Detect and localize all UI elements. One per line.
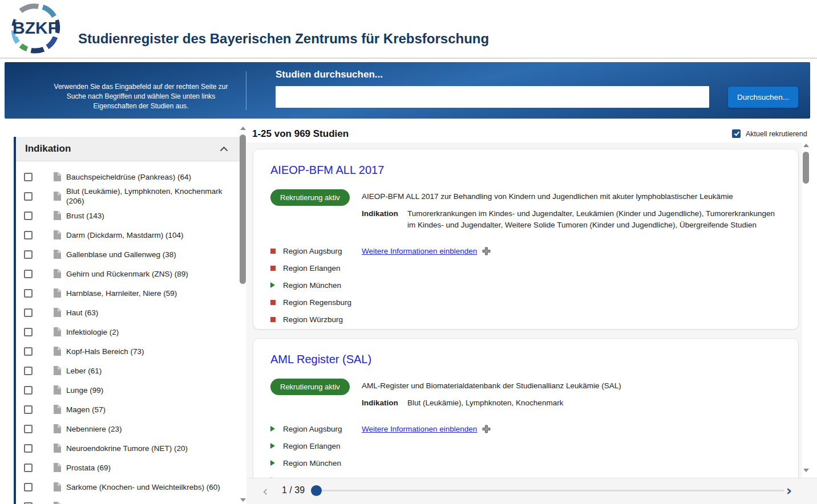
scroll-up-icon[interactable] [240,127,246,130]
filter-checkbox[interactable] [24,464,33,472]
results-count: 1-25 von 969 Studien [252,128,349,140]
filter-checkbox[interactable] [24,192,33,201]
red-square-icon [270,249,276,254]
filter-checkbox[interactable] [24,425,33,433]
filter-row-nebenniere: Nebenniere (23) [16,419,240,438]
region-item: Region München [270,454,362,472]
search-banner: Verwenden Sie das Eingabefeld auf der re… [5,62,810,119]
document-icon [54,250,61,259]
filter-row-blut: Blut (Leukämie), Lymphknoten, Knochenmar… [16,186,240,206]
plus-icon[interactable] [482,247,491,255]
filter-row-net: Neuroendokrine Tumore (NET) (20) [16,438,240,458]
page-title-bold: Studienregister [78,31,179,46]
banner-divider [246,71,246,110]
filter-checkbox[interactable] [24,270,33,278]
filter-checkbox[interactable] [24,289,33,298]
page-slider-track[interactable] [316,490,784,491]
filter-label: Lunge (99) [66,385,111,395]
document-icon [54,308,61,317]
chevron-left-icon[interactable]: ‹ [262,485,268,498]
filter-checkbox[interactable] [24,502,33,504]
document-icon [54,192,61,201]
search-heading: Studien durchsuchen... [276,69,383,80]
region-item: Region Augsburg [270,420,362,437]
filter-label: Gallenblase und Gallenweg (38) [66,250,184,259]
filter-checkbox[interactable] [24,347,33,356]
indication-value: Tumorerkrankungen im Kindes- und Jugenda… [407,208,781,231]
filter-checkbox[interactable] [24,308,33,317]
region-name: Region Augsburg [283,425,342,433]
sidebar-scrollbar-thumb[interactable] [240,135,246,284]
sidebar-scrollbar[interactable] [239,124,247,504]
document-icon [54,288,61,298]
study-description: AIEOP-BFM ALL 2017 zur Behandling von Ki… [362,192,781,202]
more-info-row: Weitere Informationen einblenden [362,420,781,437]
region-name: Region Erlangen [283,264,341,273]
study-regions-row: Region Augsburg Region Erlangen Region M… [253,420,798,478]
region-name: Region Erlangen [283,442,341,450]
search-button[interactable]: Durchsuchen... [728,87,798,108]
results-scrollbar-thumb[interactable] [803,152,809,184]
document-icon [54,327,61,336]
indication-value: Blut (Leukämie), Lymphknoten, Knochenmar… [407,397,781,409]
filter-row-prostata: Prostata (69) [16,458,240,477]
more-info-link[interactable]: Weitere Informationen einblenden [362,425,477,433]
filter-checkbox[interactable] [24,444,33,453]
scroll-up-icon[interactable] [803,144,809,147]
document-icon [54,269,61,278]
study-title-link[interactable]: AML Register (SAL) [270,353,371,366]
filter-row-gehirn: Gehirn und Rückenmark (ZNS) (89) [16,264,240,283]
study-card: AML Register (SAL) Rekrutierung aktiv AM… [253,338,799,478]
filter-checkbox[interactable] [24,250,33,259]
indication-panel-header[interactable]: Indikation [16,137,240,161]
red-square-icon [270,266,276,271]
filter-checkbox[interactable] [24,483,33,491]
plus-icon[interactable] [482,425,491,433]
filter-checkbox[interactable] [24,328,33,336]
region-list: Region Augsburg Region Erlangen Region M… [270,420,362,478]
study-description: AML-Register und Biomaterialdatenbank de… [362,381,781,391]
study-summary-row: Rekrutierung aktiv AML-Register und Biom… [253,379,798,409]
filter-checkbox[interactable] [24,173,33,181]
filter-label: Prostata (69) [66,463,119,473]
document-icon [54,502,61,504]
filter-checkbox[interactable] [24,367,33,375]
filter-label: Haut (63) [66,308,106,318]
filter-label: Sarkome (Knochen- und Weichteilkrebs) (6… [66,482,228,492]
region-name: Region München [283,459,341,468]
page-slider-thumb[interactable] [311,485,322,496]
filter-checkbox[interactable] [24,405,33,414]
document-icon [54,172,61,181]
study-card: AIEOP-BFM ALL 2017 Rekrutierung aktiv AI… [253,149,799,330]
status-badge: Rekrutierung aktiv [270,379,350,395]
filter-checkbox[interactable] [24,386,33,395]
scroll-down-icon[interactable] [240,498,246,502]
filter-checkbox[interactable] [24,231,33,239]
document-icon [54,482,61,491]
filter-row-lunge: Lunge (99) [16,380,240,400]
document-icon [54,230,61,239]
filter-checkbox[interactable] [24,212,33,220]
more-info-link[interactable]: Weitere Informationen einblenden [362,247,477,255]
chevron-up-icon [220,144,228,154]
more-info-row: Weitere Informationen einblenden [362,242,781,259]
document-icon [54,405,61,414]
document-icon [54,366,61,375]
bzkf-logo-icon: BZKF [7,3,64,55]
filter-label: Brust (143) [66,211,112,221]
filter-row-brust: Brust (143) [16,206,240,225]
results-scrollbar[interactable] [802,141,810,474]
chevron-right-icon[interactable]: › [786,484,792,498]
region-item: Region Würzburg [270,472,362,478]
recruiting-filter[interactable]: Aktuell rekrutierend [732,129,807,138]
study-title-link[interactable]: AIEOP-BFM ALL 2017 [270,164,384,177]
scroll-down-icon[interactable] [803,469,809,472]
document-icon [54,463,61,472]
filter-label: Blut (Leukämie), Lymphknoten, Knochenmar… [66,186,240,206]
search-input[interactable] [276,86,709,108]
filter-label: Magen (57) [66,405,114,414]
filter-label: Schilddrüse [66,502,115,504]
region-item: Region Würzburg [270,311,362,328]
recruiting-checkbox[interactable] [732,129,741,138]
status-badge: Rekrutierung aktiv [270,189,350,206]
